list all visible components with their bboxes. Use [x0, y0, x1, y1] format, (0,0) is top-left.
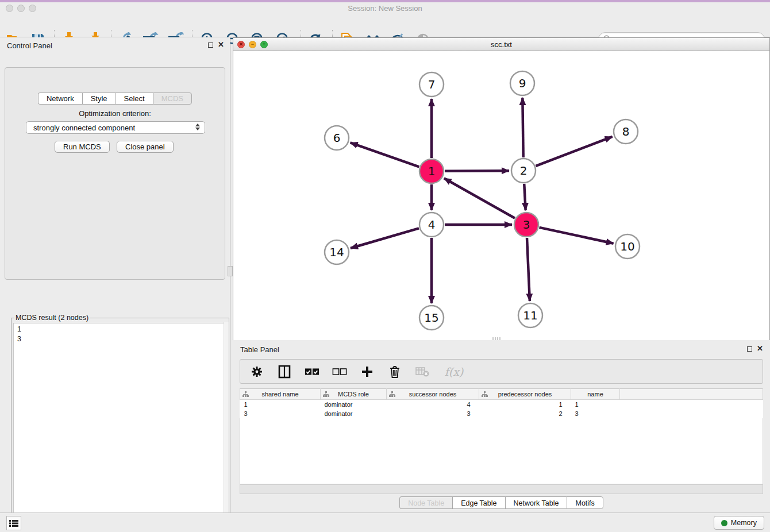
optimization-criterion-select[interactable]: strongly connected component: [26, 121, 205, 134]
close-table-panel-icon[interactable]: ✕: [757, 346, 763, 352]
column-header-shared-name[interactable]: shared name: [240, 389, 321, 400]
tab-motifs[interactable]: Motifs: [567, 496, 603, 509]
select-stepper-icon: [195, 124, 200, 130]
control-panel-tabs: NetworkStyleSelectMCDS: [0, 92, 230, 105]
graph-node-6[interactable]: 6: [325, 126, 349, 150]
graph-node-1[interactable]: 1: [419, 159, 444, 183]
tab-network-table[interactable]: Network Table: [505, 496, 567, 509]
table-tabs: Node TableEdge TableNetwork TableMotifs: [233, 496, 770, 509]
function-builder-icon-disabled[interactable]: f(x): [442, 364, 465, 379]
network-graph: 7968124314101511: [233, 51, 769, 340]
graph-node-9[interactable]: 9: [510, 71, 534, 95]
svg-text:8: 8: [622, 125, 630, 138]
graph-edges: [351, 98, 614, 303]
mcds-result-title: MCDS result (2 nodes): [14, 314, 90, 322]
svg-text:6: 6: [333, 131, 341, 145]
window-title: Session: New Session: [0, 4, 770, 13]
table-row[interactable]: 3dominator323: [240, 409, 763, 418]
column-header-successor-nodes[interactable]: successor nodes: [387, 389, 479, 400]
node-table: shared nameMCDS rolesuccessor nodesprede…: [240, 388, 763, 418]
network-window-title: scc.txt: [233, 40, 769, 49]
graph-node-11[interactable]: 11: [518, 303, 542, 327]
memory-label: Memory: [731, 519, 757, 527]
run-mcds-button[interactable]: Run MCDS: [55, 141, 110, 153]
graph-node-4[interactable]: 4: [419, 213, 444, 237]
tab-network[interactable]: Network: [38, 92, 82, 105]
network-canvas[interactable]: 7968124314101511: [233, 51, 769, 340]
table-horizontal-scrollbar[interactable]: [240, 484, 763, 494]
svg-text:2: 2: [520, 164, 528, 178]
network-window-resize-grip[interactable]: [492, 337, 500, 340]
graph-edge-1-6[interactable]: [351, 142, 419, 167]
graph-edge-3-10[interactable]: [539, 228, 613, 244]
delete-table-icon-disabled[interactable]: [415, 364, 430, 379]
svg-text:4: 4: [428, 218, 436, 232]
graph-node-14[interactable]: 14: [325, 240, 349, 264]
task-history-button[interactable]: [6, 516, 21, 530]
tab-mcds[interactable]: MCDS: [153, 92, 192, 105]
graph-edge-2-8[interactable]: [536, 137, 612, 166]
float-table-panel-icon[interactable]: [747, 346, 752, 352]
network-view-window: ✕ − + scc.txt 7968124314101511: [233, 37, 770, 340]
status-bar: Memory: [0, 512, 770, 532]
svg-text:9: 9: [519, 76, 526, 90]
show-columns-icon[interactable]: [277, 364, 292, 379]
table-row[interactable]: 1dominator411: [240, 400, 763, 409]
graph-edge-1-2[interactable]: [445, 171, 509, 171]
list-icon: [9, 519, 18, 527]
table-settings-gear-icon[interactable]: [249, 364, 264, 379]
table-toolbar: f(x): [240, 359, 763, 384]
network-window-titlebar: ✕ − + scc.txt: [233, 38, 769, 51]
graph-node-3[interactable]: 3: [514, 213, 538, 237]
svg-text:3: 3: [523, 218, 530, 232]
column-header-MCDS-role[interactable]: MCDS role: [321, 389, 387, 400]
graph-node-2[interactable]: 2: [511, 159, 536, 183]
column-header-predecessor-nodes[interactable]: predecessor nodes: [479, 389, 571, 400]
graph-node-7[interactable]: 7: [419, 72, 444, 97]
svg-text:14: 14: [329, 245, 344, 259]
control-panel-title: Control Panel: [7, 41, 52, 50]
graph-node-8[interactable]: 8: [614, 119, 638, 144]
select-all-columns-icon[interactable]: [305, 364, 319, 379]
svg-text:7: 7: [428, 78, 436, 91]
create-column-icon[interactable]: [360, 364, 375, 379]
unselect-all-columns-icon[interactable]: [332, 364, 347, 379]
graph-node-10[interactable]: 10: [615, 234, 640, 259]
table-header-row: shared nameMCDS rolesuccessor nodesprede…: [240, 389, 763, 400]
graph-edge-3-1[interactable]: [444, 178, 515, 218]
tab-select[interactable]: Select: [116, 92, 153, 105]
tab-style[interactable]: Style: [82, 92, 116, 105]
svg-text:15: 15: [424, 311, 438, 325]
control-panel: Control Panel ✕ Optimization criterion: …: [0, 37, 230, 512]
table-panel-title: Table Panel: [240, 345, 279, 354]
svg-text:11: 11: [523, 309, 537, 322]
optimization-criterion-value: strongly connected component: [33, 124, 135, 132]
graph-edge-4-14[interactable]: [351, 228, 419, 248]
optimization-criterion-label: Optimization criterion:: [5, 109, 225, 118]
column-header-name[interactable]: name: [571, 389, 620, 400]
graph-edge-2-9[interactable]: [522, 98, 523, 157]
graph-edge-2-3[interactable]: [524, 184, 525, 210]
mcds-result-scrollbar[interactable]: [224, 322, 229, 532]
memory-status-dot: [721, 520, 727, 526]
svg-text:1: 1: [428, 164, 436, 178]
main-toolbar: [0, 14, 770, 37]
table-panel: Table Panel ✕ f(x) shared nam: [233, 342, 770, 511]
memory-button[interactable]: Memory: [714, 516, 764, 530]
tab-edge-table[interactable]: Edge Table: [452, 496, 505, 509]
float-panel-icon[interactable]: [208, 43, 213, 48]
titlebar: Session: New Session: [0, 2, 770, 14]
delete-column-trash-icon[interactable]: [387, 364, 402, 379]
mcds-result-text[interactable]: 1 3: [13, 323, 226, 532]
svg-text:10: 10: [620, 240, 634, 253]
panel-splitter-handle[interactable]: [228, 266, 233, 276]
graph-edge-3-11[interactable]: [527, 238, 530, 301]
mcds-result-box: MCDS result (2 nodes) 1 3: [11, 314, 229, 532]
close-panel-icon[interactable]: ✕: [218, 42, 224, 48]
tab-node-table[interactable]: Node Table: [399, 496, 452, 509]
close-panel-button[interactable]: Close panel: [117, 141, 174, 153]
graph-node-15[interactable]: 15: [419, 306, 444, 330]
